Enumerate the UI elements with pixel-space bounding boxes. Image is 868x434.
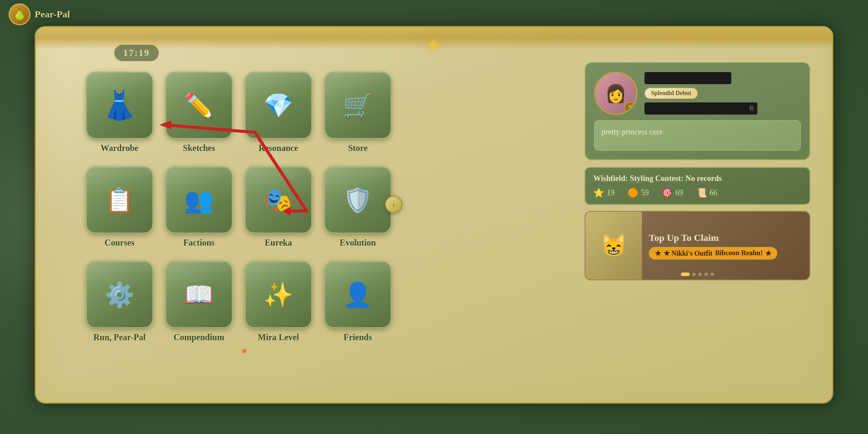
stat-item-1: 🟠 59 (628, 187, 649, 198)
menu-item-compendium[interactable]: Compendium (163, 256, 235, 342)
run-label: Run, Pear-Pal (93, 332, 145, 342)
factions-label: Factions (183, 238, 214, 248)
store-icon (343, 90, 373, 120)
contest-title: Wishfield: Styling Contest: No records (593, 174, 802, 183)
dot-4 (704, 273, 708, 276)
menu-item-evolution[interactable]: Evolution › (322, 161, 394, 248)
resonance-icon (263, 90, 293, 120)
store-icon-box (324, 72, 391, 139)
compendium-label: Compendium (174, 332, 224, 342)
promo-star-icon: ★ (655, 249, 661, 257)
stat-item-0: ⭐ 19 (593, 187, 615, 198)
courses-icon (105, 185, 135, 215)
styling-contest-section: Wishfield: Styling Contest: No records ⭐… (585, 167, 810, 205)
circle-stat-icon: 🟠 (628, 187, 638, 198)
star-decoration (421, 32, 447, 58)
menu-item-sketches[interactable]: Sketches (163, 66, 235, 153)
promo-title: Top Up To Claim (649, 232, 802, 243)
scroll-right-button[interactable]: › (385, 196, 402, 213)
friends-label: Friends (344, 332, 372, 342)
dot-3 (698, 273, 702, 276)
promo-character-emoji: 😸 (600, 233, 627, 258)
stats-row: ⭐ 19 🟠 59 🎯 69 📜 66 (593, 187, 802, 198)
courses-icon-box (86, 166, 153, 233)
logo-emoji: 🍐 (13, 8, 26, 20)
sketches-icon (184, 90, 214, 120)
avatar-container: 👩 9 (594, 72, 638, 115)
eureka-icon-box (245, 166, 312, 233)
evolution-label: Evolution (340, 238, 376, 248)
eureka-icon (263, 185, 293, 215)
banner-dots (681, 273, 714, 276)
stat-value-0: 19 (607, 188, 615, 197)
factions-icon-box (165, 166, 233, 233)
profile-section: 👩 9 Splendid Debut ⎘ pretty princess cor… (585, 62, 810, 160)
menu-item-store[interactable]: Store (322, 66, 394, 153)
menu-item-eureka[interactable]: Eureka (243, 161, 314, 248)
sketches-icon-box (165, 72, 233, 139)
menu-item-friends[interactable]: Friends (322, 256, 394, 342)
stat-value-2: 69 (675, 188, 683, 197)
stat-value-1: 59 (641, 188, 649, 197)
friends-icon (343, 279, 373, 309)
bio-box: pretty princess core (594, 120, 801, 151)
star-stat-icon: ⭐ (593, 187, 604, 198)
dot-2 (692, 273, 696, 276)
mira-label: Mira Level (258, 332, 299, 342)
resonance-label: Resonance (259, 143, 298, 153)
avatar-level-badge: 9 (624, 102, 636, 114)
stat-item-3: 📜 66 (696, 187, 717, 198)
store-label: Store (348, 143, 368, 153)
promo-subtitle-prefix: ★ Nikki's Outfit (664, 249, 713, 257)
promo-text-area: Top Up To Claim ★ ★ Nikki's Outfit Bibco… (642, 225, 809, 266)
target-stat-icon: 🎯 (662, 187, 673, 198)
uid-hidden-bar: ⎘ (644, 102, 757, 115)
page-indicator-dot (242, 349, 247, 353)
time-display: 17:19 (114, 45, 159, 61)
stat-item-2: 🎯 69 (662, 187, 683, 198)
bio-text: pretty princess core (602, 128, 663, 136)
menu-item-wardrobe[interactable]: Wardrobe (84, 66, 155, 153)
stat-value-3: 66 (710, 188, 717, 197)
evolution-icon (343, 185, 373, 215)
wardrobe-icon-box (86, 72, 153, 139)
app-name: Pear-Pal (35, 9, 70, 20)
wardrobe-label: Wardrobe (101, 143, 138, 153)
factions-icon (184, 185, 214, 215)
menu-item-courses[interactable]: Courses (84, 161, 155, 248)
main-panel: 17:19 Wardrobe Sketches Resonanc (35, 26, 833, 404)
scroll-stat-icon: 📜 (696, 187, 707, 198)
menu-item-mira-level[interactable]: Mira Level (243, 256, 314, 342)
eureka-label: Eureka (265, 238, 292, 248)
copy-icon[interactable]: ⎘ (750, 105, 754, 112)
profile-info: Splendid Debut ⎘ (644, 72, 801, 115)
menu-item-run-pearpal[interactable]: Run, Pear-Pal (84, 256, 155, 342)
left-content: Wardrobe Sketches Resonance Store (79, 62, 409, 353)
dot-5 (710, 273, 714, 276)
sketches-label: Sketches (183, 143, 215, 153)
promo-subtitle-star2: ★ (765, 249, 771, 257)
compendium-icon-box (165, 261, 233, 328)
promo-character: 😸 (585, 211, 642, 280)
dress-icon (102, 89, 137, 122)
friends-icon-box (324, 261, 391, 328)
run-icon (105, 279, 135, 309)
avatar-emoji: 👩 (605, 83, 627, 104)
right-panel: 👩 9 Splendid Debut ⎘ pretty princess cor… (585, 62, 810, 280)
compendium-icon (184, 279, 214, 309)
mira-icon-box (245, 261, 312, 328)
run-icon-box (86, 261, 153, 328)
logo-icon: 🍐 (9, 3, 30, 25)
app-logo: 🍐 Pear-Pal (9, 3, 70, 25)
resonance-icon-box (245, 72, 312, 139)
promo-banner[interactable]: 😸 Top Up To Claim ★ ★ Nikki's Outfit Bib… (585, 211, 810, 280)
profile-top: 👩 9 Splendid Debut ⎘ (594, 72, 801, 115)
menu-grid: Wardrobe Sketches Resonance Store (79, 62, 409, 347)
mira-icon (263, 279, 293, 309)
username-hidden-bar (644, 72, 731, 84)
menu-item-resonance[interactable]: Resonance (243, 66, 314, 153)
courses-label: Courses (105, 238, 135, 248)
debut-badge: Splendid Debut (644, 88, 698, 99)
promo-subtitle-highlight: Bibcoon Realm! (715, 249, 763, 257)
menu-item-factions[interactable]: Factions (163, 161, 235, 248)
